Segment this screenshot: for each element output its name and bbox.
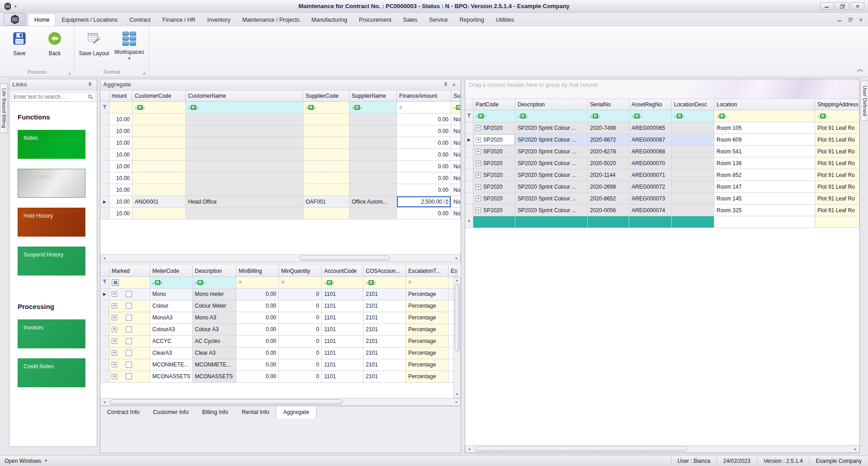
cell-customer_name[interactable] xyxy=(186,137,303,149)
table-row[interactable]: +SP2020SP2020 Sprint Colour ...2020-0056… xyxy=(465,204,859,216)
cell-description[interactable]: Mono A3 xyxy=(193,312,236,324)
suspend-history-button[interactable]: Suspend History xyxy=(18,247,85,276)
spin-up-icon[interactable]: ▲ xyxy=(444,199,450,202)
tab-customer-info[interactable]: Customer Info xyxy=(146,406,196,418)
cell-meter_code[interactable]: ACCYC xyxy=(150,336,193,347)
ribbon-tab-inventory[interactable]: Inventory xyxy=(201,14,236,26)
cell-amount[interactable]: 10.00 xyxy=(109,125,132,137)
cell-cos_account[interactable]: 2101 xyxy=(363,312,406,324)
cell-part_code[interactable]: +SP2020 xyxy=(473,134,515,146)
cell-finance_amount[interactable]: 2,500.00▲▼ xyxy=(397,196,451,208)
table-row[interactable]: +SP2020SP2020 Sprint Colour ...2020-8652… xyxy=(465,193,859,204)
cell-marked[interactable]: + xyxy=(109,312,150,324)
workspaces-button[interactable]: Workspaces▼ xyxy=(113,28,146,67)
cell-part_code[interactable]: +SP2020 xyxy=(473,122,515,134)
table-row[interactable]: +ColourColour Meter0.00011012101Percenta… xyxy=(100,300,461,312)
row-checkbox[interactable] xyxy=(126,326,132,333)
cell-location_desc[interactable] xyxy=(672,146,714,157)
ribbon-tab-equipment-locations[interactable]: Equipment / Locations xyxy=(56,14,123,26)
filter-cell-su[interactable]: aBc xyxy=(451,102,461,114)
cell-amount[interactable]: 10.00 xyxy=(109,149,132,161)
cell-amount[interactable]: 10.00 xyxy=(109,172,132,184)
new-row-cell-description[interactable] xyxy=(515,216,588,228)
cell-supplier_code[interactable]: OAF001 xyxy=(303,196,349,208)
ribbon-tab-utilities[interactable]: Utilities xyxy=(490,14,520,26)
cell-supplier_code[interactable] xyxy=(303,184,349,196)
cell-cos_account[interactable]: 2101 xyxy=(363,300,406,312)
table-row[interactable]: +MCONASSETSMCONASSETS0.00011012101Percen… xyxy=(100,371,461,383)
expand-icon[interactable]: + xyxy=(476,149,481,154)
cell-supplier_name[interactable] xyxy=(349,149,397,161)
cell-finance_amount[interactable]: 0.00 xyxy=(397,161,451,172)
cell-account_code[interactable]: 1101 xyxy=(322,347,363,359)
filter-cell-part_code[interactable]: aBc xyxy=(473,110,515,122)
cell-su[interactable]: No xyxy=(451,208,461,219)
expand-icon[interactable]: + xyxy=(112,350,117,356)
search-input[interactable] xyxy=(11,94,86,100)
tab-user-defined[interactable]: User Defined xyxy=(861,81,868,121)
cell-amount[interactable]: 10.00 xyxy=(109,184,132,196)
grid-splitter[interactable]: ····· xyxy=(100,262,461,266)
cell-min_quantity[interactable]: 0 xyxy=(279,312,322,324)
cell-description[interactable]: SP2020 Sprint Colour ... xyxy=(515,157,588,169)
cell-finance_amount[interactable]: 0.00 xyxy=(397,149,451,161)
cell-amount[interactable]: 10.00 xyxy=(109,208,132,219)
scroll-right-icon[interactable]: ► xyxy=(453,400,460,404)
cell-account_code[interactable]: 1101 xyxy=(322,312,363,324)
cell-min_billing[interactable]: 0.00 xyxy=(236,300,279,312)
cell-location[interactable]: Room 147 xyxy=(714,181,815,193)
scroll-thumb[interactable] xyxy=(455,284,459,352)
cell-marked[interactable]: + xyxy=(109,324,150,336)
cell-location_desc[interactable] xyxy=(672,157,714,169)
meter-vscrollbar[interactable]: ▲▼ xyxy=(453,277,461,398)
table-row[interactable]: 10.000.00No xyxy=(100,137,461,149)
expand-icon[interactable]: + xyxy=(112,303,117,309)
cell-customer_name[interactable] xyxy=(186,125,303,137)
scroll-thumb[interactable] xyxy=(475,447,687,452)
ribbon-tab-sales[interactable]: Sales xyxy=(397,14,423,26)
table-row[interactable]: +SP2020SP2020 Sprint Colour ...2020-2698… xyxy=(465,181,859,193)
scroll-right-icon[interactable]: ► xyxy=(453,257,460,260)
table-row[interactable]: +SP2020SP2020 Sprint Colour ...2020-1144… xyxy=(465,169,859,181)
table-row[interactable]: +MCONMETE...MCONMETE...0.00011012101Perc… xyxy=(100,359,461,371)
expand-icon[interactable]: + xyxy=(112,374,117,379)
table-row[interactable]: 10.000.00No xyxy=(100,149,461,161)
cell-customer_name[interactable] xyxy=(186,149,303,161)
cell-su[interactable]: No xyxy=(451,125,461,137)
ribbon-tab-finance-hr[interactable]: Finance / HR xyxy=(156,14,201,26)
search-icon[interactable] xyxy=(86,94,95,100)
filter-cell-location_desc[interactable]: aBc xyxy=(672,110,714,122)
cell-meter_code[interactable]: Mono xyxy=(150,289,193,300)
cell-su[interactable]: No xyxy=(451,137,461,149)
cell-min_quantity[interactable]: 0 xyxy=(279,336,322,347)
cell-location[interactable]: Room 136 xyxy=(714,157,815,169)
column-header-supplier_code[interactable]: SupplierCode xyxy=(303,90,349,102)
cell-min_billing[interactable]: 0.00 xyxy=(236,324,279,336)
table-row[interactable]: +ColourA3Colour A30.00011012101Percentag… xyxy=(100,324,461,336)
mdi-close-icon[interactable]: × xyxy=(859,16,863,23)
cell-account_code[interactable]: 1101 xyxy=(322,359,363,371)
cell-location_desc[interactable] xyxy=(672,169,714,181)
ribbon-tab-maintenance-projects[interactable]: Maintenance / Projects xyxy=(236,14,306,26)
expand-icon[interactable]: + xyxy=(112,338,117,344)
cell-asset_reg_no[interactable]: AREG000073 xyxy=(629,193,672,204)
open-windows-button[interactable]: Open Windows ▼ xyxy=(0,458,52,464)
column-header-marked[interactable]: Marked xyxy=(109,266,150,277)
cell-supplier_name[interactable] xyxy=(349,161,397,172)
table-row[interactable]: +ClearA3Clear A30.00011012101Percentage xyxy=(100,347,461,359)
cell-min_billing[interactable]: 0.00 xyxy=(236,336,279,347)
cell-amount[interactable]: 10.00 xyxy=(109,114,132,125)
spin-editor[interactable]: 2,500.00▲▼ xyxy=(397,196,451,207)
expand-icon[interactable]: + xyxy=(476,196,481,201)
cell-amount[interactable]: 10.00 xyxy=(109,196,132,208)
cell-supplier_name[interactable] xyxy=(349,208,397,219)
cell-shipping_address[interactable]: Plot 91 Leaf Ro xyxy=(815,122,859,134)
cell-account_code[interactable]: 1101 xyxy=(322,289,363,300)
tab-life-based-billing[interactable]: Life Based Billing xyxy=(0,83,8,133)
column-header-customer_name[interactable]: CustomerName xyxy=(186,90,303,102)
cell-min_billing[interactable]: 0.00 xyxy=(236,289,279,300)
column-header-min_quantity[interactable]: MinQuantity xyxy=(279,266,322,277)
hold-history-button[interactable]: Hold History xyxy=(18,208,85,237)
row-checkbox[interactable] xyxy=(126,314,132,321)
cell-cos_account[interactable]: 2101 xyxy=(363,371,406,383)
